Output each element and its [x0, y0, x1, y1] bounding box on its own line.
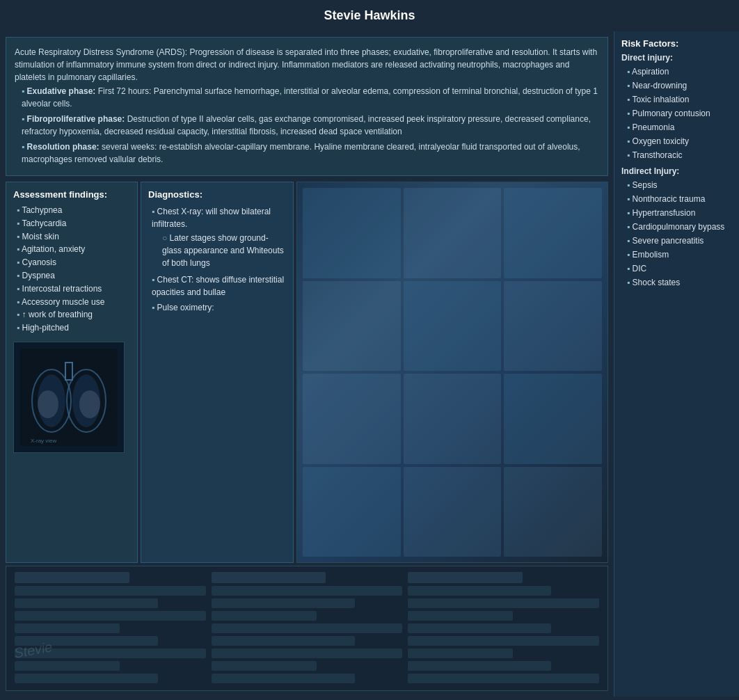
svg-point-6 — [38, 390, 58, 418]
list-item: Cardiopulmonary bypass — [627, 220, 732, 234]
diagnostic-ct: Chest CT: shows diffuse interstitial opa… — [152, 272, 286, 300]
list-item: Severe pancreatitis — [627, 234, 732, 248]
list-item: Dyspnea — [17, 269, 130, 283]
diagnostics-list: Chest X-ray: will show bilateral infiltr… — [148, 204, 286, 315]
diagnostic-pulse-ox: Pulse oximetry: — [152, 300, 286, 315]
risk-factors-title: Risk Factors: — [621, 38, 732, 49]
list-item: DIC — [627, 262, 732, 276]
svg-point-7 — [79, 390, 100, 418]
list-item: Nonthoracic trauma — [627, 192, 732, 206]
list-item: Aspiration — [627, 65, 732, 79]
list-item: ↑ work of breathing — [17, 308, 130, 321]
assessment-column: Assessment findings: Tachypnea Tachycard… — [6, 182, 138, 563]
list-item: Embolism — [627, 248, 732, 262]
top-text-box: Acute Respiratory Distress Syndrome (ARD… — [6, 37, 608, 176]
list-item: Intercostal retractions — [17, 283, 130, 296]
assessment-list: Tachypnea Tachycardia Moist skin Agitati… — [13, 204, 130, 335]
list-item: Cyanosis — [17, 256, 130, 269]
list-item: Accessory muscle use — [17, 296, 130, 309]
phase-exudative: Exudative phase: First 72 hours: Parench… — [22, 83, 599, 111]
list-item: Shock states — [627, 276, 732, 289]
page-title: Stevie Hawkins — [324, 8, 415, 22]
main-image-area — [296, 182, 608, 563]
list-item: Tachypnea — [17, 204, 130, 217]
list-item: Near-drowning — [627, 79, 732, 93]
svg-text:X-ray view: X-ray view — [31, 438, 57, 444]
indirect-injury-title: Indirect Injury: — [621, 166, 732, 176]
diagnostics-column: Diagnostics: Chest X-ray: will show bila… — [141, 182, 294, 563]
list-item: Tachycardia — [17, 217, 130, 230]
intro-text: Acute Respiratory Distress Syndrome (ARD… — [15, 46, 599, 83]
list-item: Transthoracic — [627, 148, 732, 162]
diagnostic-xray-sub: Later stages show ground-glass appearanc… — [162, 230, 286, 271]
bottom-section — [6, 566, 608, 691]
list-item: Pulmonary contusion — [627, 106, 732, 120]
phase-resolution: Resolution phase: several weeks: re-esta… — [22, 139, 599, 167]
indirect-injury-list: Sepsis Nonthoracic trauma Hypertransfusi… — [621, 178, 732, 289]
direct-injury-list: Aspiration Near-drowning Toxic inhalatio… — [621, 65, 732, 162]
risk-factors-sidebar: Risk Factors: Direct injury: Aspiration … — [614, 31, 739, 697]
list-item: Oxygen toxicity — [627, 134, 732, 148]
diagnostics-title: Diagnostics: — [148, 189, 286, 200]
direct-injury-title: Direct injury: — [621, 53, 732, 63]
header: Stevie Hawkins — [0, 0, 739, 31]
list-item: Toxic inhalation — [627, 93, 732, 106]
list-item: Agitation, anxiety — [17, 243, 130, 256]
phase-fibroproliferative: Fibroproliferative phase: Destruction of… — [22, 111, 599, 139]
list-item: Moist skin — [17, 230, 130, 244]
list-item: Hypertransfusion — [627, 206, 732, 220]
assessment-title: Assessment findings: — [13, 189, 130, 200]
list-item: Pneumonia — [627, 120, 732, 134]
list-item: Sepsis — [627, 178, 732, 192]
lung-thumbnail: X-ray view — [13, 342, 125, 453]
list-item: High-pitched — [17, 321, 130, 335]
diagnostic-xray: Chest X-ray: will show bilateral infiltr… — [152, 204, 286, 272]
